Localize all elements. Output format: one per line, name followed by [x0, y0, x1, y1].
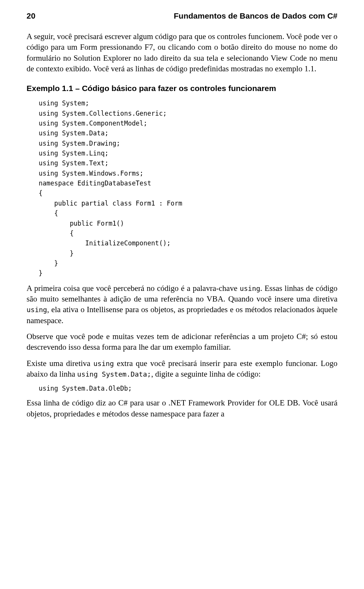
inline-code-using: using	[93, 360, 114, 368]
code-block-main: using System; using System.Collections.G…	[39, 98, 337, 278]
code-line-oledb: using System.Data.OleDb;	[39, 385, 337, 392]
paragraph-references: Observe que você pode e muitas vezes tem…	[27, 331, 337, 353]
paragraph-extra-using: Existe uma diretiva using extra que você…	[27, 358, 337, 380]
paragraph-intro: A seguir, você precisará escrever algum …	[27, 31, 337, 74]
page-number: 20	[27, 11, 35, 20]
text-fragment: , ela ativa o Intellisense para os objet…	[27, 305, 337, 325]
paragraph-oledb-explain: Essa linha de código diz ao C# para usar…	[27, 397, 337, 419]
paragraph-using-explain: A primeira coisa que você perceberá no c…	[27, 283, 337, 326]
inline-code-system-data: using System.Data;	[77, 370, 151, 378]
page: 20 Fundamentos de Bancos de Dados com C#…	[0, 0, 364, 440]
running-header: 20 Fundamentos de Bancos de Dados com C#	[27, 11, 337, 20]
text-fragment: , digite a seguinte linha de código:	[151, 369, 261, 379]
book-title: Fundamentos de Bancos de Dados com C#	[174, 11, 337, 20]
inline-code-using: using	[27, 306, 47, 314]
text-fragment: A primeira coisa que você perceberá no c…	[27, 284, 240, 293]
example-heading: Exemplo 1.1 – Código básico para fazer o…	[27, 84, 337, 93]
inline-code-using: using	[240, 284, 260, 292]
text-fragment: Existe uma diretiva	[27, 359, 93, 368]
